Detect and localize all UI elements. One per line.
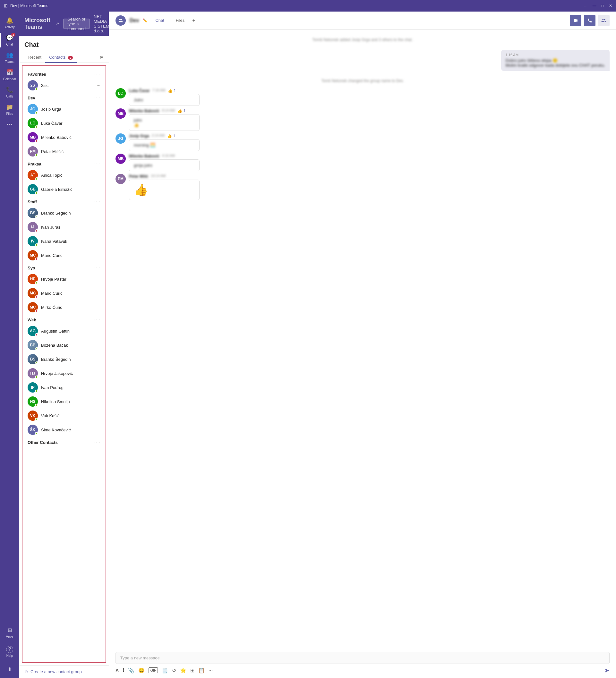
contact-gabriela-bilnazic[interactable]: GB Gabriela Bilnažić (23, 182, 106, 196)
sidebar-item-status[interactable]: ⬆ (0, 663, 19, 675)
sidebar-item-apps[interactable]: ⊞ Apps (0, 624, 19, 641)
avatar-msg-josip: JG (115, 134, 126, 144)
status-available (35, 87, 38, 90)
contact-mario-curic-sys[interactable]: MC Mario Curic (23, 286, 106, 300)
group-web-more[interactable]: ··· (94, 317, 100, 323)
contact-branko-segedin-web[interactable]: BŠ Branko Šegedin (23, 352, 106, 366)
group-praksa-more[interactable]: ··· (94, 161, 100, 167)
message-text-luka: Jutro (134, 98, 143, 102)
send-message-btn[interactable]: ➤ (604, 667, 610, 674)
contacts-list[interactable]: Favorites ··· 2S 2sic ··· Dev ··· JG (22, 66, 106, 663)
message-toolbar: A ! 📎 😊 GIF 🗒️ ↺ ⭐ ⊞ 📋 ··· ➤ (115, 667, 610, 674)
contact-name-sime-kovacevic: Šime Kovačević (41, 427, 71, 432)
contact-name-vuk-kasic: Vuk Kašić (41, 413, 59, 418)
create-contact-group-btn[interactable]: ⊕ Create a new contact group (19, 665, 109, 678)
contact-hrvoje-pastar[interactable]: HP Hrvoje Paštar (23, 272, 106, 286)
close-btn[interactable]: ✕ (609, 3, 612, 8)
emoji-btn[interactable]: 😊 (138, 668, 145, 674)
edit-name-icon[interactable]: ✏️ (143, 18, 148, 23)
more-options-btn[interactable]: ··· (209, 668, 213, 673)
contact-more-2sic[interactable]: ··· (97, 83, 100, 88)
status-dot-pm (35, 154, 38, 156)
contact-petar-milicic[interactable]: PM Petar Milićić (23, 144, 106, 158)
sidebar-item-more[interactable]: ••• (0, 118, 19, 131)
sidebar-title: Chat (24, 41, 104, 48)
contact-milenko-babovic[interactable]: MB Milenko Babović (23, 130, 106, 144)
loop-btn[interactable]: ↺ (172, 668, 176, 674)
contact-josip-grga[interactable]: JG Josip Grga (23, 102, 106, 116)
avatar-sime-kovacevic: ŠK (28, 425, 38, 435)
contact-name-hrvoje-jakopovic: Hrvoje Jakopović (41, 371, 73, 376)
sidebar-item-files[interactable]: 📁 Files (0, 101, 19, 118)
avatar-mirko-curic: MĆ (28, 302, 38, 312)
tab-contacts[interactable]: Contacts 2 (45, 52, 77, 63)
minimize-btn[interactable]: — (592, 3, 596, 8)
attach-btn[interactable]: 📎 (128, 668, 135, 674)
sidebar-item-teams[interactable]: 👥 Teams (0, 49, 19, 66)
add-tab-icon[interactable]: + (192, 17, 195, 24)
participants-button[interactable] (598, 15, 610, 26)
contact-mario-curic-staff[interactable]: MC Mario Curic (23, 248, 106, 262)
contact-branko-segedin[interactable]: BS Branko Šegedin (23, 206, 106, 220)
group-dev-more[interactable]: ··· (94, 95, 100, 101)
sidebar-item-help[interactable]: ? Help (0, 643, 19, 660)
status-dot-gb (35, 191, 38, 194)
contact-sime-kovacevic[interactable]: ŠK Šime Kovačević (23, 423, 106, 437)
group-staff-more[interactable]: ··· (94, 199, 100, 204)
contact-augustin-gattin[interactable]: AG Augustin Gattin (23, 324, 106, 338)
maximize-btn[interactable]: □ (602, 3, 604, 8)
message-group-petar: PM Petar Milić 10:14 AM 👍 (115, 174, 276, 200)
avatar-nikolina-smoljo: NS (28, 397, 38, 407)
sidebar-item-chat[interactable]: 💬 1 Chat (0, 31, 19, 49)
window-controls[interactable]: ··· — □ ✕ (584, 3, 612, 8)
video-call-button[interactable] (570, 15, 581, 26)
help-label: Help (6, 654, 13, 657)
contact-hrvoje-jakopovic[interactable]: HJ Hrvoje Jakopović (23, 366, 106, 380)
avatar-luka-cavar: LC (28, 118, 38, 128)
important-btn[interactable]: ! (122, 668, 124, 673)
contact-mirko-curic[interactable]: MĆ Mirko Ćurić (23, 300, 106, 314)
gif-btn[interactable]: GIF (149, 668, 157, 673)
group-sys-more[interactable]: ··· (94, 265, 100, 271)
calendar-icon: 📅 (6, 69, 13, 76)
contact-ivan-podrug[interactable]: IP Ivan Podrug (23, 380, 106, 394)
audio-call-button[interactable] (584, 15, 595, 26)
contact-anica-topic[interactable]: AT Anica Topič (23, 168, 106, 182)
contact-bozena-bacak[interactable]: BB Božena Bačak (23, 338, 106, 352)
contact-2sic[interactable]: 2S 2sic ··· (23, 78, 106, 92)
messages-area: Tomši Nekonek added Josip Grga and 3 oth… (109, 30, 616, 648)
apps-toolbar-btn[interactable]: ⊞ (190, 668, 194, 674)
group-favorites-more[interactable]: ··· (94, 71, 100, 77)
reaction-luka: 👍 1 (168, 88, 176, 93)
format-text-btn[interactable]: A (115, 668, 119, 673)
avatar-msg-luka: LC (115, 88, 126, 99)
sidebar-item-calendar[interactable]: 📅 Calendar (0, 66, 19, 83)
meeting-note-btn[interactable]: 📋 (198, 668, 205, 674)
message-input-box[interactable]: Type a new message (115, 652, 610, 664)
contact-nikolina-smoljo[interactable]: NS Nikolina Smoljo (23, 394, 106, 409)
group-other-contacts-more[interactable]: ··· (94, 439, 100, 445)
contact-name-ivana-vatavuk: Ivana Vatavuk (41, 239, 67, 244)
search-bar[interactable]: Search or type a command (63, 18, 90, 29)
avatar-hrvoje-jakopovic: HJ (28, 368, 38, 378)
filter-icon[interactable]: ⊟ (100, 55, 104, 60)
contact-luka-cavar[interactable]: LC Luka Čavar (23, 116, 106, 130)
external-link-icon[interactable]: ↗ (56, 21, 59, 26)
sidebar-item-activity[interactable]: 🔔 Activity (0, 14, 19, 31)
tab-chat[interactable]: Chat (151, 16, 168, 25)
help-icon: ? (6, 646, 13, 653)
more-btn[interactable]: ··· (584, 3, 587, 8)
sticker-btn[interactable]: 🗒️ (162, 668, 168, 674)
contact-ivana-vatavuk[interactable]: IV Ivana Vatavuk (23, 234, 106, 248)
message-time-milenko: 8:14 AM (162, 108, 175, 112)
contact-ivan-juras[interactable]: IJ Ivan Juras (23, 220, 106, 234)
tab-recent[interactable]: Recent (24, 52, 45, 63)
group-web-name: Web (28, 317, 36, 322)
avatar-vuk-kasic: VK (28, 411, 38, 421)
message-text-milenko: jutro👍 (134, 118, 195, 127)
sidebar-item-calls[interactable]: 📞 Calls (0, 83, 19, 101)
praise-btn[interactable]: ⭐ (180, 668, 186, 674)
contact-vuk-kasic[interactable]: VK Vuk Kašić (23, 409, 106, 423)
status-dot-mb (35, 140, 38, 142)
tab-files[interactable]: Files (172, 16, 188, 25)
